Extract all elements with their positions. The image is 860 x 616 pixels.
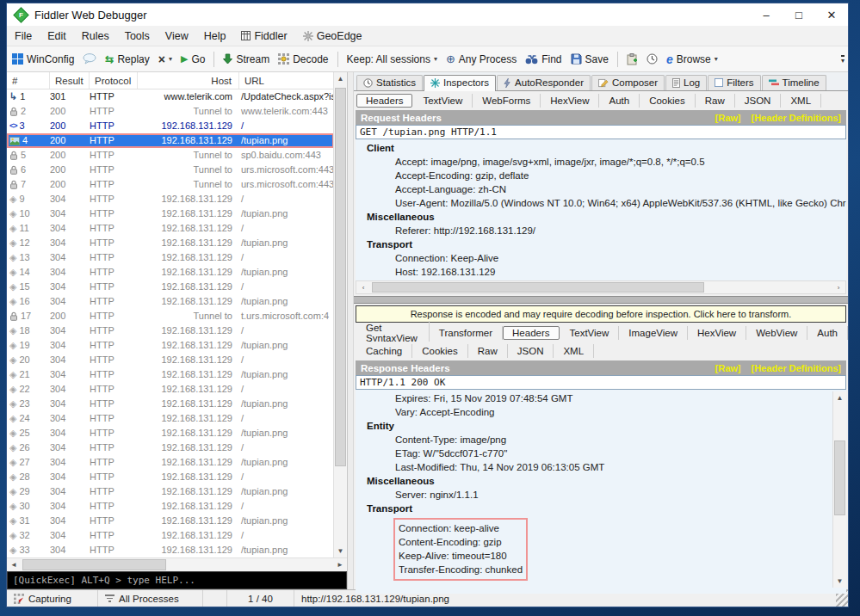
scroll-right-icon[interactable]: ►: [333, 558, 347, 571]
session-row-31[interactable]: ◈31304HTTP192.168.131.129/tupian.png: [7, 514, 334, 528]
session-row-1[interactable]: ↳1301HTTPwww.telerik.com/UpdateCheck.asp…: [7, 89, 334, 104]
session-row-19[interactable]: ◈19304HTTP192.168.131.129/tupian.png: [7, 338, 334, 353]
tab-inspectors[interactable]: Inspectors: [424, 75, 496, 91]
session-row-33[interactable]: ◈33304HTTP192.168.131.129/tupian.png: [7, 543, 334, 557]
session-list-horizontal-scrollbar[interactable]: ◄ ►: [7, 557, 347, 571]
session-row-22[interactable]: ◈22304HTTP192.168.131.129/: [7, 382, 334, 397]
find-button[interactable]: Find: [523, 52, 563, 67]
header-definitions-link[interactable]: [Header Definitions]: [751, 113, 841, 123]
scroll-up-icon[interactable]: ▲: [334, 72, 347, 85]
toolbar-overflow-chevron[interactable]: ▾: [841, 55, 845, 64]
column-header-number[interactable]: #: [7, 72, 50, 89]
response-vertical-scrollbar[interactable]: ▲ ▼: [832, 391, 846, 588]
raw-link[interactable]: [Raw]: [715, 113, 741, 123]
raw-link[interactable]: [Raw]: [715, 363, 741, 373]
session-row-21[interactable]: ◈21304HTTP192.168.131.129/tupian.png: [7, 367, 334, 382]
request-horizontal-scrollbar[interactable]: ‹ ›: [356, 280, 846, 294]
session-row-17[interactable]: 17200HTTPTunnel tot.urs.microsoft.com:4: [7, 309, 334, 323]
capturing-toggle[interactable]: Capturing: [7, 590, 98, 607]
tab-statistics[interactable]: Statistics: [356, 75, 423, 90]
session-row-15[interactable]: ◈15304HTTP192.168.131.129/: [7, 280, 334, 294]
tab-log[interactable]: Log: [665, 75, 707, 90]
close-button[interactable]: ✕: [815, 3, 848, 26]
header-section-miscellaneous[interactable]: Miscellaneous: [367, 474, 831, 488]
tab-autoresponder[interactable]: AutoResponder: [497, 75, 591, 90]
menu-rules[interactable]: Rules: [74, 26, 117, 46]
session-row-4[interactable]: 4200HTTP192.168.131.129/tupian.png: [7, 133, 334, 148]
tab-resp-headers[interactable]: Headers: [503, 326, 559, 340]
stream-button[interactable]: Stream: [221, 52, 271, 67]
scroll-left-icon[interactable]: ◄: [7, 558, 21, 571]
scrollbar-thumb[interactable]: [335, 88, 346, 466]
scrollbar-thumb[interactable]: [834, 440, 845, 515]
tab-timeline[interactable]: Timeline: [762, 75, 826, 90]
keep-sessions-dropdown[interactable]: Keep: All sessions ▾: [345, 52, 439, 67]
session-row-20[interactable]: ◈20304HTTP192.168.131.129/: [7, 353, 334, 367]
session-row-16[interactable]: ◈16304HTTP192.168.131.129/tupian.png: [7, 294, 334, 309]
menu-fiddler[interactable]: Fiddler: [233, 26, 294, 46]
session-list-vertical-scrollbar[interactable]: ▲ ▼: [333, 72, 347, 557]
menu-help[interactable]: Help: [196, 26, 234, 46]
tab-resp-json[interactable]: JSON: [508, 344, 554, 358]
save-button[interactable]: Save: [569, 52, 610, 67]
maximize-button[interactable]: □: [783, 3, 815, 26]
tab-req-cookies[interactable]: Cookies: [640, 94, 696, 108]
session-row-24[interactable]: ◈24304HTTP192.168.131.129/: [7, 411, 334, 426]
menu-edit[interactable]: Edit: [40, 26, 74, 46]
tab-composer[interactable]: Composer: [591, 75, 665, 90]
session-row-12[interactable]: ◈12304HTTP192.168.131.129/tupian.png: [7, 236, 334, 250]
tab-req-headers[interactable]: Headers: [356, 94, 412, 108]
timer-button[interactable]: [645, 52, 659, 66]
scroll-down-icon[interactable]: ▼: [334, 545, 347, 557]
browse-button[interactable]: e Browse ▾: [665, 51, 720, 68]
session-row-11[interactable]: ◈11304HTTP192.168.131.129/: [7, 221, 334, 236]
tab-req-auth[interactable]: Auth: [599, 94, 640, 108]
scroll-down-icon[interactable]: ▼: [833, 575, 846, 588]
column-header-protocol[interactable]: Protocol: [90, 72, 138, 89]
minimize-button[interactable]: –: [750, 3, 783, 26]
session-row-2[interactable]: 2200HTTPTunnel towww.telerik.com:443: [7, 104, 334, 119]
session-row-30[interactable]: ◈30304HTTP192.168.131.129/: [7, 499, 334, 514]
session-row-6[interactable]: 6200HTTPTunnel tours.microsoft.com:443: [7, 163, 334, 177]
winconfig-button[interactable]: WinConfig: [10, 52, 76, 67]
menu-file[interactable]: File: [7, 26, 40, 46]
tab-resp-caching[interactable]: Caching: [356, 344, 412, 358]
session-row-28[interactable]: ◈28304HTTP192.168.131.129/: [7, 470, 334, 484]
tab-req-xml[interactable]: XML: [781, 94, 821, 108]
scroll-up-icon[interactable]: ▲: [833, 391, 846, 404]
menu-view[interactable]: View: [158, 26, 196, 46]
menu-tools[interactable]: Tools: [117, 26, 158, 46]
tab-req-json[interactable]: JSON: [735, 94, 782, 108]
process-filter[interactable]: All Processes: [98, 590, 203, 607]
tab-resp-hexview[interactable]: HexView: [688, 326, 746, 340]
session-row-18[interactable]: ◈18304HTTP192.168.131.129/: [7, 323, 334, 338]
session-row-5[interactable]: 5200HTTPTunnel tosp0.baidu.com:443: [7, 148, 334, 163]
tab-resp-auth[interactable]: Auth: [807, 326, 848, 340]
column-header-host[interactable]: Host: [138, 72, 239, 89]
go-button[interactable]: ▶ Go: [179, 52, 207, 67]
tab-resp-imageview[interactable]: ImageView: [619, 326, 688, 340]
column-header-url[interactable]: URL: [239, 72, 334, 89]
session-row-3[interactable]: <>3200HTTP192.168.131.129/: [7, 119, 334, 133]
tab-req-textview[interactable]: TextView: [413, 94, 473, 108]
menu-geoedge[interactable]: GeoEdge: [295, 26, 370, 46]
screenshot-button[interactable]: [625, 52, 640, 67]
tab-filters[interactable]: Filters: [708, 75, 760, 90]
header-section-transport[interactable]: Transport: [367, 237, 846, 251]
tab-req-hexview[interactable]: HexView: [541, 94, 599, 108]
header-section-miscellaneous[interactable]: Miscellaneous: [367, 210, 846, 224]
tab-req-webforms[interactable]: WebForms: [473, 94, 541, 108]
panel-splitter[interactable]: [348, 72, 354, 589]
session-row-7[interactable]: 7200HTTPTunnel tours.microsoft.com:443: [7, 177, 334, 192]
header-section-entity[interactable]: Entity: [367, 419, 831, 433]
tab-resp-raw[interactable]: Raw: [468, 344, 508, 358]
tab-resp-textview[interactable]: TextView: [560, 326, 620, 340]
header-section-transport[interactable]: Transport: [367, 502, 831, 515]
any-process-button[interactable]: ⊕ Any Process: [444, 51, 518, 67]
session-row-10[interactable]: ◈10304HTTP192.168.131.129/tupian.png: [7, 206, 334, 221]
replay-button[interactable]: ⇆ Replay: [103, 52, 151, 67]
comment-button[interactable]: [81, 52, 98, 66]
tab-resp-webview[interactable]: WebView: [746, 326, 807, 340]
session-row-14[interactable]: ◈14304HTTP192.168.131.129/tupian.png: [7, 265, 334, 280]
session-row-23[interactable]: ◈23304HTTP192.168.131.129/tupian.png: [7, 397, 334, 411]
